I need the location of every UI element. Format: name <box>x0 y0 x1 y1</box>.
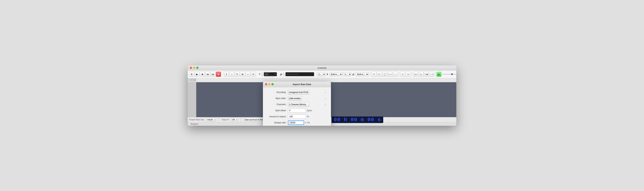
start-offset-input[interactable] <box>288 108 306 113</box>
mic-icon2: 🎙 <box>326 73 329 76</box>
trim-button[interactable]: ⊢⊣ <box>388 72 392 77</box>
host-select[interactable]: C... <box>317 72 326 76</box>
snap-to-label: Snap-To <box>222 119 229 121</box>
right-toolbar: ✂ ⎘ 📋 ⊢⊣ — ↩ ↪ 🔍+ 🔍- 🔍▣ ↔🔍 ▶ <box>370 72 456 77</box>
byte-order-select[interactable]: Little-endian Big-endian <box>288 96 302 101</box>
input-meter[interactable]: Click to Start Monitoring -12 <box>264 72 277 76</box>
separator6 <box>399 72 399 76</box>
toolbar-row1: ⏸ ▶ ■ ⏮ ⏭ ● I ↕ ✎ ⊕ ↔ ✳ 🎙 LR Click to St… <box>188 70 456 78</box>
separator7 <box>412 72 412 76</box>
sample-rate-chevron[interactable]: ▾ <box>305 121 306 124</box>
snap-to-wrapper: Off On <box>231 118 238 121</box>
modal-body: Encoding: Unsigned 8-bit PCM Signed 16-b… <box>263 87 331 126</box>
amount-label: Amount to import: <box>266 115 288 118</box>
meter-scale-label: -12 <box>274 73 276 75</box>
multitool-button[interactable]: ✳ <box>251 72 256 77</box>
device-selects: C... 🎙 Built-in... 2... 🔊 Built-in... <box>317 72 369 76</box>
main-window: Audacity ⏸ ▶ ■ ⏮ ⏭ ● I ↕ ✎ ⊕ ↔ ✳ 🎙 LR <box>188 65 456 126</box>
encoding-wrapper: Unsigned 8-bit PCM Signed 16-bit PCM 32-… <box>288 90 327 94</box>
transport-controls: ⏸ ▶ ■ ⏮ ⏭ ● <box>189 72 221 77</box>
start-offset-label: Start offset: <box>266 109 288 112</box>
mic-lr-label: LR <box>262 72 263 76</box>
channels-select[interactable]: 2... <box>343 72 351 76</box>
close-button[interactable] <box>190 67 192 69</box>
status-text: Stopped. <box>189 123 198 125</box>
sample-rate-control: ▾ <box>288 121 306 125</box>
speed-slider[interactable] <box>442 74 456 75</box>
maximize-button[interactable] <box>196 67 198 69</box>
zoom-tool-button[interactable]: ⊕ <box>240 72 245 77</box>
modal-close-button[interactable] <box>265 83 267 85</box>
encoding-select[interactable]: Unsigned 8-bit PCM Signed 16-bit PCM 32-… <box>288 90 309 94</box>
sample-rate-label: Sample rate: <box>266 121 288 124</box>
modal-maximize-button[interactable] <box>272 83 274 85</box>
play-at-speed-button[interactable]: ▶ <box>436 72 442 77</box>
project-rate-label: Project Rate (Hz) <box>189 119 204 121</box>
project-rate-wrapper: 44100 22050 48000 <box>206 118 216 121</box>
skip-back-button[interactable]: ⏮ <box>205 72 210 77</box>
record-button[interactable]: ● <box>216 72 221 77</box>
play-button[interactable]: ▶ <box>194 72 200 77</box>
modal-titlebar: Import Raw Data <box>263 82 331 87</box>
speaker-icon2: 🔊 <box>352 73 355 76</box>
cut-button[interactable]: ✂ <box>372 72 376 77</box>
tool-controls: I ↕ ✎ ⊕ ↔ ✳ <box>224 72 256 77</box>
silence-button[interactable]: — <box>393 72 398 77</box>
modal-title: Import Raw Data <box>275 83 329 86</box>
window-title: Audacity <box>318 66 326 69</box>
byte-order-wrapper: Little-endian Big-endian <box>288 96 327 101</box>
amount-row: Amount to import: % <box>266 114 327 119</box>
traffic-lights <box>190 67 198 69</box>
modal-minimize-button[interactable] <box>268 83 270 85</box>
channels-label: Channels: <box>266 103 288 106</box>
copy-button[interactable]: ⎘ <box>377 72 382 77</box>
output-meter[interactable]: -48 -36 -24 -12 0 <box>286 72 314 76</box>
channels-wrapper: 1 Channel (Mono) 2 Channels (Stereo) <box>288 102 327 107</box>
minimize-button[interactable] <box>193 67 195 69</box>
track-label-panel <box>188 82 196 117</box>
channels-row: Channels: 1 Channel (Mono) 2 Channels (S… <box>266 102 327 107</box>
import-raw-dialog: Import Raw Data Encoding: Unsigned 8-bit… <box>263 82 331 126</box>
redo-button[interactable]: ↪ <box>406 72 411 77</box>
zoom-fit-button[interactable]: ↔🔍 <box>429 72 434 77</box>
paste-button[interactable]: 📋 <box>382 72 387 77</box>
stop-button[interactable]: ■ <box>200 72 205 77</box>
modal-traffic-lights <box>265 83 274 85</box>
monitoring-label[interactable]: Click to Start Monitoring <box>265 71 273 77</box>
project-rate-select[interactable]: 44100 22050 48000 <box>206 118 216 121</box>
ruler-track-label: ▽ -1.0 <box>188 78 196 82</box>
sample-rate-row: Sample rate: ▾ Hz <box>266 121 327 125</box>
input-device-select[interactable]: Built-in... <box>329 72 342 76</box>
time-display-area: 00 h 00 m 00 s <box>332 116 383 123</box>
encoding-row: Encoding: Unsigned 8-bit PCM Signed 16-b… <box>266 90 327 94</box>
byte-order-row: Byte order: Little-endian Big-endian <box>266 96 327 101</box>
output-lr-label: LR <box>284 72 285 76</box>
zoom-out-button[interactable]: 🔍- <box>418 72 423 77</box>
speaker-icon: 🔊 <box>280 73 283 76</box>
undo-button[interactable]: ↩ <box>400 72 405 77</box>
skip-forward-button[interactable]: ⏭ <box>210 72 216 77</box>
start-offset-unit: bytes <box>307 109 312 112</box>
zoom-in-button[interactable]: 🔍+ <box>413 72 418 77</box>
byte-order-label: Byte order: <box>266 97 288 100</box>
select-tool-button[interactable]: I <box>224 72 229 77</box>
timeshift-tool-button[interactable]: ↔ <box>245 72 250 77</box>
mic-input-icon: 🎙 <box>258 73 261 76</box>
sample-rate-unit: Hz <box>307 121 310 124</box>
amount-input[interactable] <box>288 114 306 119</box>
pencil-tool-button[interactable]: ✎ <box>234 72 240 77</box>
sample-rate-input[interactable] <box>288 121 304 125</box>
main-time-display: 00 h 00 m 00 s <box>334 117 381 123</box>
output-scale: -48 -36 -24 -12 0 <box>286 73 298 75</box>
pause-button[interactable]: ⏸ <box>189 72 194 77</box>
amount-unit: % <box>307 115 309 118</box>
channels-select2[interactable]: 1 Channel (Mono) 2 Channels (Stereo) <box>288 102 309 107</box>
envelope-tool-button[interactable]: ↕ <box>229 72 234 77</box>
titlebar: Audacity <box>188 65 456 70</box>
start-offset-row: Start offset: bytes <box>266 108 327 113</box>
output-device-select[interactable]: Built-in... <box>356 72 369 76</box>
snap-to-select[interactable]: Off On <box>231 118 238 121</box>
zoom-sel-button[interactable]: 🔍▣ <box>424 72 429 77</box>
encoding-label: Encoding: <box>266 91 288 94</box>
